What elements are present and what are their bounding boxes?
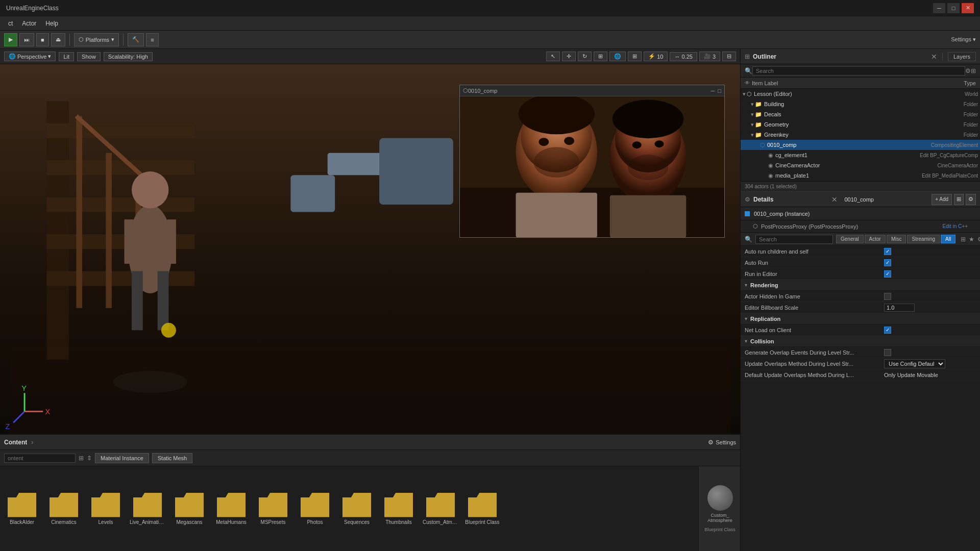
- details-close-button[interactable]: ✕: [831, 195, 838, 204]
- settings-label[interactable]: Settings: [716, 439, 736, 445]
- content-button[interactable]: ≡: [146, 33, 158, 46]
- auto-run-children-checkbox[interactable]: ✓: [884, 248, 891, 255]
- edit-cpp-label[interactable]: Edit in C++: [943, 223, 968, 229]
- grid-button[interactable]: ⊞: [628, 52, 642, 61]
- layers-tab[interactable]: Layers: [948, 52, 976, 61]
- select-mode-button[interactable]: ↖: [546, 52, 560, 61]
- folder-item-BlackAlder[interactable]: BlackAlder: [4, 493, 40, 525]
- tree-item-geometry[interactable]: ▾ 📁 GeometryFolder: [741, 119, 980, 130]
- close-button[interactable]: ✕: [962, 3, 974, 13]
- star-icon[interactable]: ★: [969, 236, 974, 243]
- generate-overlap-checkbox[interactable]: [884, 349, 891, 356]
- menu-actor[interactable]: Actor: [18, 19, 40, 28]
- tree-item-cinecameraactor[interactable]: ◉ CineCameraActorCineCameraActor: [741, 160, 980, 170]
- auto-run-checkbox[interactable]: ✓: [884, 259, 891, 266]
- rendering-section-header[interactable]: ▾ Rendering: [741, 280, 980, 291]
- collision-section-header[interactable]: ▾ Collision: [741, 336, 980, 347]
- content-search-input[interactable]: [4, 454, 76, 463]
- generate-overlap-value[interactable]: [884, 349, 976, 356]
- outliner-close-button[interactable]: ✕: [931, 53, 937, 61]
- scale-button[interactable]: ⊞: [594, 52, 607, 61]
- tab-all[interactable]: All: [941, 235, 955, 243]
- folder-item-Levels[interactable]: Levels: [88, 493, 124, 525]
- tree-root[interactable]: ▾ ⬡ Lesson (Editor) World: [741, 89, 980, 99]
- actor-hidden-checkbox[interactable]: [884, 293, 891, 300]
- tree-item-decals[interactable]: ▾ 📁 DecalsFolder: [741, 109, 980, 119]
- folder-item-Custom_Atmosphere[interactable]: Custom_Atmosphere: [423, 493, 458, 525]
- menu-help[interactable]: Help: [41, 19, 62, 28]
- play-button[interactable]: ▶: [4, 33, 17, 46]
- 3d-viewport[interactable]: X Y Z ⬡ 0010_comp ─ □: [0, 64, 740, 434]
- net-load-checkbox[interactable]: ✓: [884, 327, 891, 334]
- static-mesh-filter[interactable]: Static Mesh: [152, 453, 192, 463]
- net-load-value[interactable]: ✓: [884, 327, 976, 334]
- tree-item-0010_comp[interactable]: ⬡ 0010_compCompositingElement: [741, 140, 980, 150]
- folder-item-Thumbnails[interactable]: Thumbnails: [381, 493, 416, 525]
- component-view-button[interactable]: ⊞: [954, 194, 964, 205]
- pip-close[interactable]: □: [718, 88, 721, 94]
- tree-item-media_plate1[interactable]: ◉ media_plate1Edit BP_MediaPlateCont: [741, 170, 980, 181]
- run-in-editor-checkbox[interactable]: ✓: [884, 270, 891, 278]
- folder-item-Photos[interactable]: Photos: [297, 493, 333, 525]
- material-instance-filter[interactable]: Material Instance: [95, 453, 149, 463]
- folder-item-MSPresets[interactable]: MSPresets: [255, 493, 291, 525]
- billboard-scale-value[interactable]: [884, 304, 976, 312]
- list-view-icon[interactable]: ⊞: [961, 236, 966, 243]
- perspective-button[interactable]: 🌐 Perspective ▾: [4, 52, 56, 61]
- details-settings-icon[interactable]: ⚙: [977, 236, 980, 243]
- show-button[interactable]: Show: [77, 52, 101, 61]
- instance-label[interactable]: 0010_comp (Instance): [754, 211, 810, 217]
- stop-button[interactable]: ■: [36, 33, 49, 46]
- add-component-button[interactable]: + Add: [932, 194, 952, 205]
- folder-item-Live_Animation_Subscenes[interactable]: Live_Animation_Subscenes: [130, 493, 165, 525]
- component-settings-button[interactable]: ⚙: [966, 194, 976, 205]
- platforms-button[interactable]: ⬡ Platforms ▾: [74, 33, 119, 46]
- billboard-scale-input[interactable]: [884, 304, 915, 312]
- outliner-search-input[interactable]: [752, 66, 965, 76]
- type-col[interactable]: Type: [964, 80, 976, 86]
- run-in-editor-value[interactable]: ✓: [884, 270, 976, 278]
- maximize-viewport-button[interactable]: ⊟: [722, 52, 736, 61]
- lit-button[interactable]: Lit: [59, 52, 74, 61]
- folder-item-Megascans[interactable]: Megascans: [172, 493, 207, 525]
- maximize-button[interactable]: □: [947, 3, 960, 13]
- snap-value[interactable]: ↔ 0.25: [670, 52, 697, 61]
- settings-icon[interactable]: ⚙: [965, 67, 971, 74]
- scalability-button[interactable]: Scalability: High: [104, 52, 153, 61]
- tree-item-building[interactable]: ▾ 📁 BuildingFolder: [741, 99, 980, 109]
- step-forward-button[interactable]: ⏭: [19, 33, 34, 46]
- menu-ct[interactable]: ct: [4, 19, 17, 28]
- update-overlaps-dropdown[interactable]: Use Config Default: [884, 359, 945, 368]
- auto-run-value[interactable]: ✓: [884, 259, 976, 266]
- folder-item-Blueprint Class[interactable]: Blueprint Class: [464, 493, 500, 525]
- item-label-col[interactable]: Item Label: [752, 80, 778, 86]
- tab-streaming[interactable]: Streaming: [907, 235, 940, 243]
- folder-item-Cinematics[interactable]: Cinematics: [46, 493, 82, 525]
- expand-icon[interactable]: ⊞: [971, 67, 976, 74]
- default-overlaps-value[interactable]: Only Update Movable: [884, 372, 976, 378]
- folder-item-Sequences[interactable]: Sequences: [339, 493, 375, 525]
- settings-label[interactable]: Settings ▾: [951, 36, 976, 43]
- grid-value[interactable]: ⚡ 10: [644, 52, 668, 61]
- update-overlaps-value[interactable]: Use Config Default: [884, 359, 976, 368]
- minimize-button[interactable]: ─: [933, 3, 945, 13]
- auto-run-children-value[interactable]: ✓: [884, 248, 976, 255]
- tab-misc[interactable]: Misc: [887, 235, 906, 243]
- build-button[interactable]: 🔨: [128, 33, 144, 46]
- folder-item-MetaHumans[interactable]: MetaHumans: [213, 493, 249, 525]
- translate-button[interactable]: ✛: [562, 52, 576, 61]
- folder-label: Megascans: [176, 519, 202, 525]
- tab-general[interactable]: General: [836, 235, 864, 243]
- cam-button[interactable]: 🎥 3: [699, 52, 720, 61]
- tree-item-greenkey[interactable]: ▾ 📁 GreenkeyFolder: [741, 130, 980, 140]
- tab-actor[interactable]: Actor: [865, 235, 886, 243]
- replication-section-header[interactable]: ▾ Replication: [741, 313, 980, 324]
- pip-minimize[interactable]: ─: [711, 88, 715, 94]
- world-button[interactable]: 🌐: [609, 52, 626, 61]
- pip-window[interactable]: ⬡ 0010_comp ─ □: [459, 85, 725, 238]
- details-search-input[interactable]: [755, 235, 833, 244]
- actor-hidden-value[interactable]: [884, 293, 976, 300]
- rotate-button[interactable]: ↻: [578, 52, 592, 61]
- tree-item-cg_element1[interactable]: ◉ cg_element1Edit BP_CgCaptureComp: [741, 150, 980, 160]
- eject-button[interactable]: ⏏: [51, 33, 65, 46]
